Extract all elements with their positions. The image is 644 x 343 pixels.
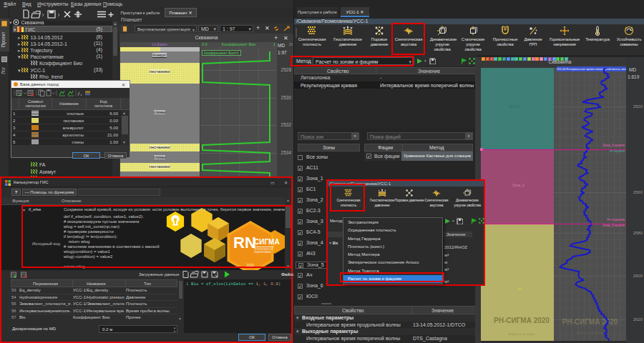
- svg-text:x: x: [81, 93, 82, 96]
